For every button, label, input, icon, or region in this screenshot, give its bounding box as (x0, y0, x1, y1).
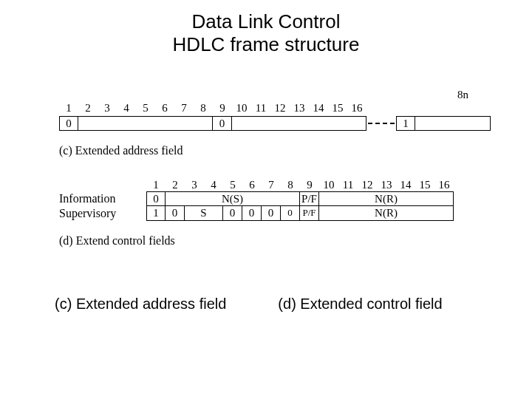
caption-c: (c) Extended address field (59, 144, 491, 157)
info-nr: N(R) (319, 191, 454, 206)
caption-d: (d) Extend control fields (59, 234, 454, 248)
sup-z8: 0 (281, 206, 300, 221)
sup-z7: 0 (262, 206, 281, 221)
control-row-supervisory: Supervisory 1 0 S 0 0 0 0 P/F N(R) (59, 206, 454, 221)
bit-numbers-c: 1 2 3 4 5 6 7 8 9 10 11 12 13 14 15 16 (59, 102, 491, 115)
slide-title: Data Link Control HDLC frame structure (0, 10, 532, 56)
sup-bit1: 1 (146, 206, 166, 221)
addr-8n-label: 8n (457, 89, 468, 101)
title-line-1: Data Link Control (0, 10, 532, 33)
footer-label-d: (d) Extended control field (278, 296, 442, 313)
addr-last-bit-one: 1 (396, 116, 415, 131)
addr-continuation (366, 116, 396, 131)
info-bit1: 0 (146, 191, 166, 206)
addr-octet1-rest (78, 116, 213, 131)
footer-labels: (c) Extended address field (d) Extended … (0, 296, 532, 313)
sup-nr: N(R) (319, 206, 454, 221)
row-label-supervisory: Supervisory (59, 207, 146, 220)
info-pf: P/F (300, 191, 319, 206)
address-octets-row: 0 0 1 (59, 116, 491, 131)
diagram-extended-control: 1 2 3 4 5 6 7 8 9 10 11 12 13 14 15 16 I… (59, 179, 454, 248)
addr-bit9-zero: 0 (213, 116, 232, 131)
bit-numbers-d: 1 2 3 4 5 6 7 8 9 10 11 12 13 14 15 16 (146, 179, 454, 191)
footer-label-c: (c) Extended address field (55, 296, 226, 313)
addr-bit1-zero: 0 (59, 116, 78, 131)
row-label-information: Information (59, 192, 146, 205)
sup-z6: 0 (242, 206, 262, 221)
sup-s: S (185, 206, 223, 221)
sup-bit2: 0 (166, 206, 185, 221)
sup-z5: 0 (223, 206, 242, 221)
sup-pf: P/F (300, 206, 319, 221)
addr-last-octet-rest (415, 116, 491, 131)
info-ns: N(S) (166, 191, 300, 206)
title-line-2: HDLC frame structure (0, 33, 532, 56)
control-row-information: Information 0 N(S) P/F N(R) (59, 191, 454, 206)
addr-octet2-rest (232, 116, 366, 131)
diagram-extended-address: 1 2 3 4 5 6 7 8 9 10 11 12 13 14 15 16 0… (59, 102, 491, 157)
